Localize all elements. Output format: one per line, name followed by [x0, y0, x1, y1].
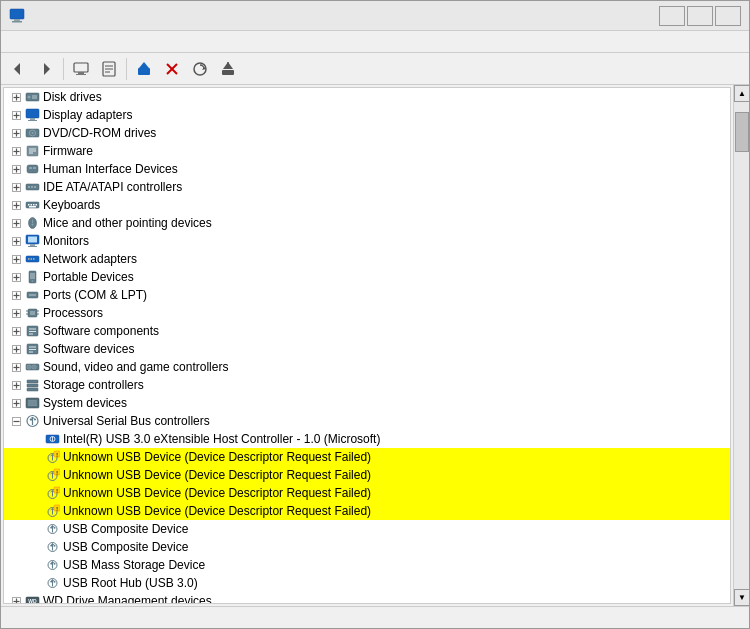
tree-expander-processors[interactable] — [8, 305, 24, 321]
properties-button[interactable] — [96, 56, 122, 82]
tree-expander-hid[interactable] — [8, 161, 24, 177]
tree-item-usb-hub[interactable]: USB Root Hub (USB 3.0) — [4, 574, 730, 592]
svg-rect-12 — [138, 68, 150, 75]
svg-rect-2 — [12, 21, 22, 23]
scan-changes-button[interactable] — [187, 56, 213, 82]
tree-item-system[interactable]: System devices — [4, 394, 730, 412]
tree-item-ports[interactable]: Ports (COM & LPT) — [4, 286, 730, 304]
maximize-button[interactable] — [687, 6, 713, 26]
tree-icon-usb-composite2 — [44, 539, 60, 555]
tree-item-sound[interactable]: Sound, video and game controllers — [4, 358, 730, 376]
back-button[interactable] — [5, 56, 31, 82]
tree-expander-usb[interactable] — [8, 413, 24, 429]
tree-item-hid[interactable]: Human Interface Devices — [4, 160, 730, 178]
tree-item-usb-mass[interactable]: USB Mass Storage Device — [4, 556, 730, 574]
svg-marker-13 — [139, 62, 149, 68]
svg-rect-26 — [32, 95, 37, 99]
scroll-track[interactable] — [734, 102, 749, 589]
tree-expander-storage[interactable] — [8, 377, 24, 393]
minimize-button[interactable] — [659, 6, 685, 26]
tree-expander-portable[interactable] — [8, 269, 24, 285]
menu-help[interactable] — [53, 40, 69, 44]
tree-expander-system[interactable] — [8, 395, 24, 411]
status-bar — [1, 606, 749, 628]
tree-item-processors[interactable]: Processors — [4, 304, 730, 322]
svg-point-127 — [28, 366, 30, 368]
tree-item-keyboards[interactable]: Keyboards — [4, 196, 730, 214]
svg-rect-135 — [27, 388, 38, 391]
svg-point-189 — [53, 545, 55, 547]
tree-icon-portable — [24, 269, 40, 285]
tree-label-intel-usb3: Intel(R) USB 3.0 eXtensible Host Control… — [63, 432, 380, 446]
tree-item-display-adapters[interactable]: Display adapters — [4, 106, 730, 124]
scroll-thumb[interactable] — [735, 112, 749, 152]
tree-expander-sound[interactable] — [8, 359, 24, 375]
tree-expander-software-components[interactable] — [8, 323, 24, 339]
vertical-scrollbar[interactable]: ▲ ▼ — [733, 85, 749, 606]
tree-item-usb-composite2[interactable]: USB Composite Device — [4, 538, 730, 556]
svg-rect-87 — [33, 258, 35, 260]
install-button[interactable] — [215, 56, 241, 82]
tree-expander-monitors[interactable] — [8, 233, 24, 249]
tree-expander-usb-mass[interactable] — [28, 557, 44, 573]
tree-expander-usb-hub[interactable] — [28, 575, 44, 591]
close-button[interactable] — [715, 6, 741, 26]
tree-item-unknown2[interactable]: ! Unknown USB Device (Device Descriptor … — [4, 466, 730, 484]
tree-expander-dvd-drives[interactable] — [8, 125, 24, 141]
device-tree[interactable]: Disk drivesDisplay adaptersDVD/CD-ROM dr… — [3, 87, 731, 604]
svg-point-25 — [27, 96, 30, 99]
tree-item-wd[interactable]: WDWD Drive Management devices — [4, 592, 730, 604]
tree-item-usb[interactable]: Universal Serial Bus controllers — [4, 412, 730, 430]
menu-action[interactable] — [21, 40, 37, 44]
tree-item-software-devices[interactable]: Software devices — [4, 340, 730, 358]
tree-expander-wd[interactable] — [8, 593, 24, 604]
tree-item-unknown3[interactable]: ! Unknown USB Device (Device Descriptor … — [4, 484, 730, 502]
tree-item-dvd-drives[interactable]: DVD/CD-ROM drives — [4, 124, 730, 142]
uninstall-button[interactable] — [159, 56, 185, 82]
tree-item-firmware[interactable]: Firmware — [4, 142, 730, 160]
tree-expander-usb-composite1[interactable] — [28, 521, 44, 537]
tree-expander-intel-usb3[interactable] — [28, 431, 44, 447]
tree-expander-unknown1[interactable] — [28, 449, 44, 465]
tree-item-ide[interactable]: IDE ATA/ATAPI controllers — [4, 178, 730, 196]
tree-expander-ports[interactable] — [8, 287, 24, 303]
tree-icon-firmware — [24, 143, 40, 159]
scroll-down-arrow[interactable]: ▼ — [734, 589, 749, 606]
menu-file[interactable] — [5, 40, 21, 44]
tree-expander-disk-drives[interactable] — [8, 89, 24, 105]
tree-item-storage[interactable]: Storage controllers — [4, 376, 730, 394]
tree-item-portable[interactable]: Portable Devices — [4, 268, 730, 286]
tree-expander-network[interactable] — [8, 251, 24, 267]
tree-expander-software-devices[interactable] — [8, 341, 24, 357]
tree-item-software-components[interactable]: Software components — [4, 322, 730, 340]
tree-expander-keyboards[interactable] — [8, 197, 24, 213]
tree-expander-display-adapters[interactable] — [8, 107, 24, 123]
tree-expander-ide[interactable] — [8, 179, 24, 195]
tree-item-network[interactable]: Network adapters — [4, 250, 730, 268]
tree-item-unknown1[interactable]: ! Unknown USB Device (Device Descriptor … — [4, 448, 730, 466]
tree-label-storage: Storage controllers — [43, 378, 144, 392]
svg-rect-194 — [50, 563, 52, 565]
tree-icon-usb — [24, 413, 40, 429]
tree-expander-unknown3[interactable] — [28, 485, 44, 501]
tree-item-unknown4[interactable]: ! Unknown USB Device (Device Descriptor … — [4, 502, 730, 520]
tree-expander-mice[interactable] — [8, 215, 24, 231]
svg-rect-80 — [28, 246, 37, 247]
update-driver-button[interactable] — [131, 56, 157, 82]
tree-label-software-components: Software components — [43, 324, 159, 338]
tree-expander-firmware[interactable] — [8, 143, 24, 159]
tree-item-monitors[interactable]: Monitors — [4, 232, 730, 250]
forward-button[interactable] — [33, 56, 59, 82]
menu-view[interactable] — [37, 40, 53, 44]
tree-item-disk-drives[interactable]: Disk drives — [4, 88, 730, 106]
tree-item-usb-composite1[interactable]: USB Composite Device — [4, 520, 730, 538]
tree-item-mice[interactable]: Mice and other pointing devices — [4, 214, 730, 232]
device-manager-button[interactable] — [68, 56, 94, 82]
tree-item-intel-usb3[interactable]: Intel(R) USB 3.0 eXtensible Host Control… — [4, 430, 730, 448]
tree-icon-sound — [24, 359, 40, 375]
scroll-up-arrow[interactable]: ▲ — [734, 85, 749, 102]
main-content: Disk drivesDisplay adaptersDVD/CD-ROM dr… — [1, 85, 749, 606]
tree-expander-usb-composite2[interactable] — [28, 539, 44, 555]
tree-expander-unknown2[interactable] — [28, 467, 44, 483]
tree-expander-unknown4[interactable] — [28, 503, 44, 519]
